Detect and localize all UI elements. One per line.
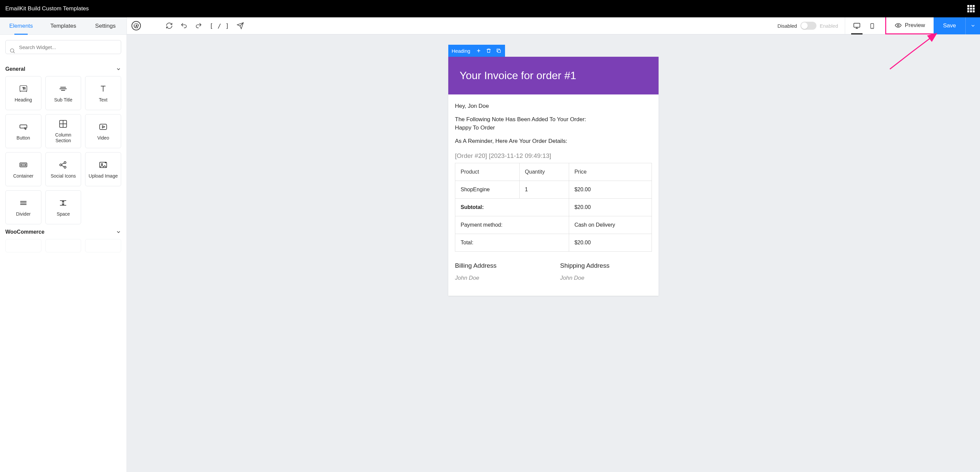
address-row: Billing Address John Doe Shipping Addres… (455, 261, 652, 282)
svg-marker-12 (102, 126, 105, 128)
eye-icon (895, 22, 902, 29)
billing-name: John Doe (455, 274, 547, 282)
svg-point-32 (897, 24, 899, 26)
billing-title: Billing Address (455, 261, 547, 271)
svg-rect-7 (20, 125, 27, 128)
widget-column-section[interactable]: Column Section (45, 114, 81, 148)
shipping-title: Shipping Address (560, 261, 652, 271)
widget-upload-image[interactable]: Upload Image (85, 152, 121, 186)
widget-container[interactable]: Container (5, 152, 41, 186)
redo-icon[interactable] (195, 22, 202, 29)
enable-toggle-group: Disabled Enabled (777, 22, 838, 30)
heading-icon: Tт (18, 84, 29, 94)
invoice-greeting: Hey, Jon Doe (455, 102, 652, 111)
add-block-icon[interactable] (476, 48, 482, 54)
invoice-body[interactable]: Hey, Jon Doe The Following Note Has Been… (448, 94, 659, 296)
app-topbar: EmailKit Build Custom Templates (0, 0, 980, 17)
svg-text:Tт: Tт (22, 87, 25, 90)
toggle-disabled-label: Disabled (777, 23, 797, 29)
widget-space[interactable]: Space (45, 190, 81, 224)
refresh-icon[interactable] (165, 22, 173, 29)
widget-heading[interactable]: Tт Heading (5, 76, 41, 110)
svg-line-18 (62, 163, 64, 165)
svg-rect-14 (21, 164, 26, 165)
shipping-address-col: Shipping Address John Doe (560, 261, 652, 282)
section-header-general[interactable]: General (5, 66, 121, 72)
svg-rect-27 (854, 23, 860, 27)
table-row: Payment method: Cash on Delivery (455, 216, 652, 234)
wordpress-logo-icon[interactable] (132, 21, 141, 30)
widget-grid-woocommerce (5, 239, 121, 253)
widget-grid-general: Tт Heading Sub Title Text Button (5, 76, 121, 224)
widget-social-icons[interactable]: Social Icons (45, 152, 81, 186)
column-section-icon (58, 119, 68, 129)
shortcode-icon[interactable]: [ / ] (210, 22, 229, 29)
chevron-down-icon (116, 67, 121, 72)
button-icon (18, 122, 29, 132)
table-row: ShopEngine 1 $20.00 (455, 181, 652, 198)
invoice-reminder: As A Reminder, Here Are Your Order Detai… (455, 137, 652, 146)
section-title-woocommerce: WooCommerce (5, 229, 45, 235)
send-icon[interactable] (237, 22, 244, 29)
container-icon (18, 160, 29, 170)
block-toolbar-label: Heading (452, 48, 472, 54)
svg-point-21 (102, 164, 103, 165)
sidebar-tabs: Elements Templates Settings (0, 17, 127, 35)
table-row: Total: $20.00 (455, 234, 652, 251)
section-header-woocommerce[interactable]: WooCommerce (5, 229, 121, 235)
canvas-area[interactable]: Heading Your Invoice for order #1 Hey, J… (127, 35, 980, 472)
table-row: Subtotal: $20.00 (455, 198, 652, 216)
app-title: EmailKit Build Custom Templates (5, 5, 89, 12)
block-toolbar: Heading (448, 45, 505, 57)
table-header-row: Product Quantity Price (455, 163, 652, 181)
apps-grid-icon[interactable] (967, 5, 975, 12)
text-icon (98, 84, 108, 94)
widget-button[interactable]: Button (5, 114, 41, 148)
desktop-device-icon[interactable] (853, 22, 861, 29)
svg-point-17 (64, 166, 66, 168)
svg-rect-11 (100, 124, 107, 129)
svg-point-16 (64, 162, 66, 164)
widget-subtitle[interactable]: Sub Title (45, 76, 81, 110)
invoice-heading-block[interactable]: Your Invoice for order #1 (448, 57, 659, 94)
enable-toggle[interactable] (800, 22, 816, 30)
invoice-note: The Following Note Has Been Added To You… (455, 115, 652, 132)
save-button[interactable]: Save (934, 17, 965, 34)
save-dropdown-button[interactable] (965, 17, 980, 34)
tab-settings[interactable]: Settings (84, 17, 127, 34)
upload-image-icon (98, 160, 108, 170)
search-widget-input[interactable] (5, 40, 121, 54)
space-icon (58, 198, 68, 208)
widget-placeholder[interactable] (45, 239, 81, 253)
preview-button[interactable]: Preview (885, 17, 934, 34)
widget-divider[interactable]: Divider (5, 190, 41, 224)
tab-templates[interactable]: Templates (42, 17, 84, 34)
shipping-name: John Doe (560, 274, 652, 282)
widget-placeholder[interactable] (5, 239, 41, 253)
widget-video[interactable]: Video (85, 114, 121, 148)
order-table: Product Quantity Price ShopEngine 1 $20.… (455, 163, 652, 252)
billing-address-col: Billing Address John Doe (455, 261, 547, 282)
divider-icon (18, 198, 29, 208)
delete-block-icon[interactable] (486, 48, 492, 54)
video-icon (98, 122, 108, 132)
subtitle-icon (58, 84, 68, 94)
chevron-down-icon (116, 229, 121, 235)
search-icon (10, 48, 15, 54)
tab-elements[interactable]: Elements (0, 17, 42, 34)
mobile-device-icon[interactable] (869, 22, 878, 29)
undo-icon[interactable] (180, 22, 188, 29)
editor-toolbar: [ / ] Disabled Enabled Prev (127, 17, 980, 35)
email-canvas[interactable]: Heading Your Invoice for order #1 Hey, J… (448, 57, 659, 296)
section-title-general: General (5, 66, 25, 72)
widget-placeholder[interactable] (85, 239, 121, 253)
duplicate-block-icon[interactable] (496, 48, 502, 54)
svg-line-19 (62, 165, 64, 167)
social-icons-icon (58, 160, 68, 170)
svg-line-1 (13, 52, 14, 53)
order-meta: [Order #20] [2023-11-12 09:49:13] (455, 151, 652, 161)
svg-rect-36 (498, 50, 500, 52)
widget-text[interactable]: Text (85, 76, 121, 110)
sidebar: Elements Templates Settings General Tт H… (0, 17, 127, 472)
svg-point-0 (10, 49, 14, 52)
